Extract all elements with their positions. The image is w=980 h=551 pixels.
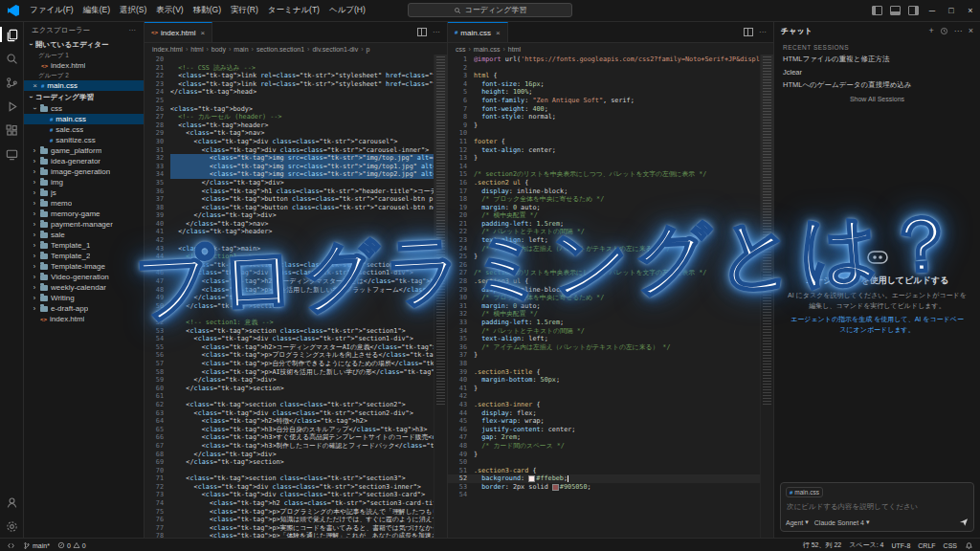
- code-line[interactable]: 28 <class="tk-tag">header>: [145, 121, 434, 130]
- tree-item[interactable]: ›js: [24, 187, 144, 198]
- chat-input-placeholder[interactable]: 次にビルドする内容を説明してください: [787, 502, 968, 512]
- tree-item[interactable]: ›Template_1: [24, 240, 144, 251]
- tree-item[interactable]: #sanitize.css: [24, 135, 144, 145]
- code-line[interactable]: 9}: [448, 121, 761, 130]
- code-line[interactable]: 38: [448, 360, 761, 368]
- close-window-button[interactable]: ×: [961, 0, 980, 21]
- breadcrumb-segment[interactable]: main.css: [474, 46, 501, 53]
- code-line[interactable]: 39.section3-title {: [448, 368, 761, 377]
- code-line[interactable]: 60 </class="tk-tag">section>: [145, 385, 434, 393]
- code-line[interactable]: 24 /* アイテム内は左揃え（パレットがテキストの左に来る） */: [448, 245, 761, 253]
- chat-input-box[interactable]: # main.css 次にビルドする内容を説明してください Agent ▾ Cl…: [780, 482, 974, 532]
- menu-item[interactable]: 表示(V): [151, 5, 188, 16]
- context-chip[interactable]: # main.css: [786, 487, 823, 497]
- code-line[interactable]: 21 padding-left: 1.5rem;: [448, 220, 761, 229]
- code-line[interactable]: 32 /* 横中央配置 */: [448, 310, 761, 319]
- open-editor-item[interactable]: <>index.html: [24, 60, 144, 71]
- code-line[interactable]: 43.section3-inner {: [448, 401, 761, 409]
- split-editor-icon[interactable]: [744, 28, 753, 36]
- problems-indicator[interactable]: 0 0: [57, 541, 86, 549]
- menu-item[interactable]: 実行(R): [226, 5, 263, 16]
- code-line[interactable]: 26<class="tk-tag">body>: [145, 105, 434, 114]
- code-line[interactable]: 69 </class="tk-tag">section>: [145, 458, 434, 467]
- close-icon[interactable]: ×: [200, 29, 205, 37]
- breadcrumb-segment[interactable]: p: [367, 46, 370, 53]
- code-line[interactable]: 53 border: 2px solid #905050;: [448, 483, 761, 492]
- code-line[interactable]: 21 <!-- CSS 読み込み -->: [145, 64, 434, 73]
- tab-index-html[interactable]: <> index.html ×: [145, 22, 212, 42]
- menu-item[interactable]: ファイル(F): [25, 5, 78, 16]
- code-line[interactable]: 27 <!-- カルーセル (header) -->: [145, 113, 434, 121]
- chat-session-item[interactable]: HTMLへのゲームデータの直接埋め込み: [774, 78, 980, 92]
- code-line[interactable]: 55 <class="tk-tag">h2>コーディングマスターAIの意義</c…: [145, 343, 434, 352]
- tree-item[interactable]: ›image-generation: [24, 166, 144, 177]
- git-branch[interactable]: main*: [23, 541, 50, 550]
- code-line[interactable]: 43 <class="tk-tag">main>: [145, 245, 434, 253]
- chat-session-item[interactable]: Jclear: [774, 66, 980, 78]
- show-all-sessions-link[interactable]: Show All Sessions: [783, 96, 971, 102]
- code-line[interactable]: 37 <class="tk-tag">button class=class="t…: [145, 195, 434, 204]
- project-root-header[interactable]: › コーディング学習: [24, 91, 144, 103]
- code-line[interactable]: 78 <class="tk-tag">p>「体験を通じた理解」これが、あなたの成…: [145, 532, 434, 538]
- breadcrumb-segment[interactable]: html: [190, 46, 203, 53]
- toggle-panel-icon[interactable]: [890, 6, 901, 15]
- settings-gear-icon[interactable]: [4, 518, 19, 534]
- account-icon[interactable]: [4, 495, 19, 510]
- code-area[interactable]: 2021 <!-- CSS 読み込み -->22 <class="tk-tag"…: [145, 55, 434, 538]
- code-line[interactable]: 36 /* アイテム内は左揃え（パレットがテキストの左に来る） */: [448, 343, 761, 352]
- code-line[interactable]: 18 /* ブロック全体を中央に寄せるため */: [448, 195, 761, 204]
- code-line[interactable]: 20: [145, 55, 434, 64]
- minimap[interactable]: [760, 55, 773, 538]
- code-line[interactable]: 30 <class="tk-tag">div class=class="tk-s…: [145, 138, 434, 146]
- code-line[interactable]: 24</class="tk-tag">head>: [145, 88, 434, 97]
- code-line[interactable]: 62 <class="tk-tag">section class=class="…: [145, 401, 434, 409]
- code-line[interactable]: 40 </class="tk-tag">nav>: [145, 220, 434, 229]
- source-control-icon[interactable]: [4, 75, 19, 90]
- open-editors-header[interactable]: › 開いているエディター: [24, 38, 144, 51]
- code-line[interactable]: 40 margin-bottom: 50px;: [448, 376, 761, 385]
- code-line[interactable]: 56 <class="tk-tag">p>プログラミングスキルを向上させる</c…: [145, 351, 434, 360]
- code-line[interactable]: 58 <class="tk-tag">p>AI技術を活用した新しい学びの形</c…: [145, 368, 434, 377]
- tree-item[interactable]: ›payment-manager: [24, 219, 144, 230]
- editor-main-css[interactable]: 1@import url('https://fonts.googleapis.c…: [448, 55, 773, 538]
- explorer-icon[interactable]: [4, 27, 19, 42]
- close-icon[interactable]: ×: [32, 81, 38, 90]
- tree-item[interactable]: ›sale: [24, 230, 144, 240]
- history-icon[interactable]: [940, 27, 948, 35]
- code-line[interactable]: 22 /* パレットとテキストの間隔 */: [448, 228, 761, 236]
- extensions-icon[interactable]: [4, 122, 19, 138]
- code-line[interactable]: 35 </class="tk-tag">div>: [145, 179, 434, 187]
- code-line[interactable]: 51.section3-card {: [448, 467, 761, 475]
- code-line[interactable]: 45 <class="tk-tag">section class=class="…: [145, 261, 434, 270]
- code-line[interactable]: 22 <class="tk-tag">link rel=class="tk-st…: [145, 72, 434, 80]
- code-line[interactable]: 50 </class="tk-tag">section>: [145, 302, 434, 311]
- code-line[interactable]: 39 </class="tk-tag">div>: [145, 211, 434, 220]
- code-line[interactable]: 1@import url('https://fonts.googleapis.c…: [448, 55, 761, 64]
- code-line[interactable]: 23 <class="tk-tag">link rel=class="tk-st…: [145, 80, 434, 89]
- run-debug-icon[interactable]: [4, 99, 19, 114]
- tree-item[interactable]: ›css: [24, 103, 144, 114]
- code-line[interactable]: 42: [448, 392, 761, 401]
- open-editor-item[interactable]: ×#main.css: [24, 80, 144, 91]
- tree-item[interactable]: ›game_platform: [24, 145, 144, 156]
- notifications-bell-icon[interactable]: [965, 541, 973, 550]
- tree-item[interactable]: <>index.html: [24, 314, 144, 324]
- code-line[interactable]: 26: [448, 261, 761, 270]
- tree-item[interactable]: ›img: [24, 177, 144, 187]
- chat-onboard-link[interactable]: エージェントの指示を生成 を使用して、AI をコードベースにオンボードします。: [788, 315, 967, 335]
- minimap[interactable]: [434, 55, 447, 538]
- code-line[interactable]: 14: [448, 163, 761, 171]
- tree-item[interactable]: ›memory-game: [24, 209, 144, 219]
- chat-session-item[interactable]: HTMLファイルの重複と修正方法: [774, 53, 980, 66]
- code-line[interactable]: 63 <class="tk-tag">div class=class="tk-s…: [145, 409, 434, 418]
- code-line[interactable]: 19 margin: 0 auto;: [448, 204, 761, 212]
- minimize-button[interactable]: ─: [923, 0, 942, 21]
- code-line[interactable]: 31 <class="tk-tag">div class=class="tk-s…: [145, 146, 434, 155]
- code-line[interactable]: 35 text-align: left;: [448, 335, 761, 343]
- remote-explorer-icon[interactable]: [4, 146, 19, 162]
- code-line[interactable]: 50: [448, 458, 761, 467]
- tree-item[interactable]: ›e-draft-app: [24, 303, 144, 314]
- code-line[interactable]: 4 font-size: 16px;: [448, 80, 761, 89]
- command-center[interactable]: コーディング学習: [408, 3, 572, 17]
- code-line[interactable]: 66 <class="tk-tag">h3>すぐ使える高品質テンプレートサイトの…: [145, 433, 434, 442]
